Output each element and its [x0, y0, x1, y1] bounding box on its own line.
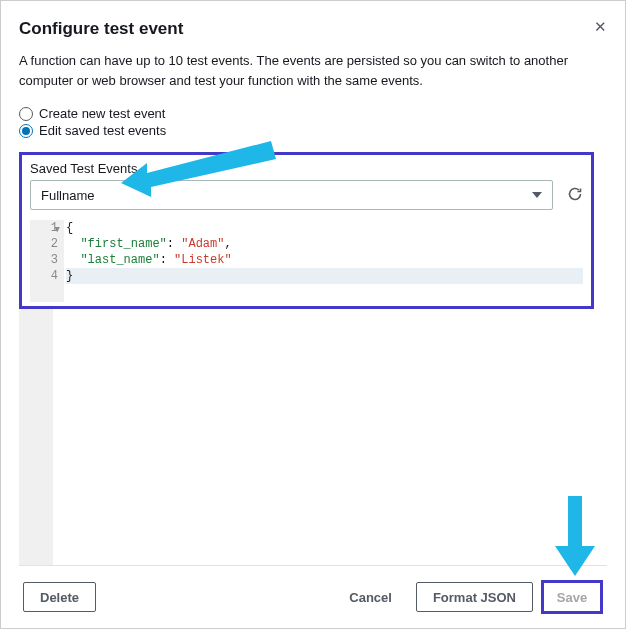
chevron-down-icon	[532, 192, 542, 198]
radio-edit-saved[interactable]: Edit saved test events	[19, 123, 607, 138]
save-button[interactable]: Save	[544, 583, 600, 611]
configure-test-event-modal: Configure test event ✕ A function can ha…	[1, 1, 625, 628]
radio-icon	[19, 124, 33, 138]
editor-extended-area	[19, 309, 607, 565]
line-number: 2	[51, 237, 58, 251]
editor-gutter: 1▼ 2 3 4	[30, 220, 64, 302]
saved-events-section: Saved Test Events Fullname 1▼ 2 3 4 {	[19, 152, 594, 309]
line-number: 4	[51, 269, 58, 283]
code-text: }	[66, 269, 73, 283]
gutter-extended	[19, 309, 53, 565]
saved-events-row: Fullname	[30, 180, 583, 210]
cancel-button[interactable]: Cancel	[333, 582, 408, 612]
radio-label: Edit saved test events	[39, 123, 166, 138]
editor-extended	[19, 309, 607, 565]
saved-events-label: Saved Test Events	[30, 161, 583, 176]
code-text: {	[66, 221, 73, 235]
saved-events-dropdown[interactable]: Fullname	[30, 180, 553, 210]
save-button-highlight: Save	[541, 580, 603, 614]
body-extended	[53, 309, 607, 565]
close-icon[interactable]: ✕	[594, 19, 607, 34]
radio-icon	[19, 107, 33, 121]
line-number: 3	[51, 253, 58, 267]
code-text: "Listek"	[174, 253, 232, 267]
radio-label: Create new test event	[39, 106, 165, 121]
code-text: "Adam"	[181, 237, 224, 251]
modal-footer: Delete Cancel Format JSON Save	[19, 565, 607, 628]
modal-description: A function can have up to 10 test events…	[19, 51, 607, 90]
event-mode-radio-group: Create new test event Edit saved test ev…	[19, 104, 607, 140]
radio-create-new[interactable]: Create new test event	[19, 106, 607, 121]
json-editor[interactable]: 1▼ 2 3 4 { "first_name": "Adam", "last_n…	[30, 220, 583, 302]
editor-body[interactable]: { "first_name": "Adam", "last_name": "Li…	[64, 220, 583, 302]
modal-header: Configure test event ✕	[19, 19, 607, 51]
delete-button[interactable]: Delete	[23, 582, 96, 612]
code-text: "first_name"	[80, 237, 166, 251]
code-text: "last_name"	[80, 253, 159, 267]
dropdown-value: Fullname	[41, 188, 94, 203]
format-json-button[interactable]: Format JSON	[416, 582, 533, 612]
refresh-icon[interactable]	[567, 186, 583, 205]
modal-title: Configure test event	[19, 19, 183, 39]
